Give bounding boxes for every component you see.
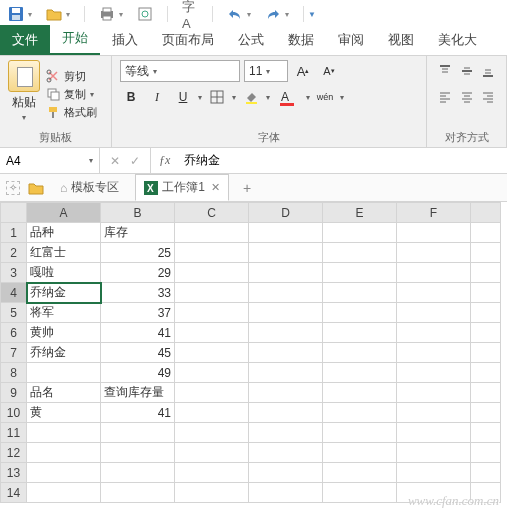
cell[interactable] — [175, 463, 249, 483]
customize-qat-icon[interactable]: ▼ — [308, 10, 316, 19]
cell[interactable] — [397, 363, 471, 383]
bold-button[interactable]: B — [120, 86, 142, 108]
cell[interactable]: 查询库存量 — [101, 383, 175, 403]
row-header[interactable]: 13 — [1, 463, 27, 483]
tab-review[interactable]: 审阅 — [326, 25, 376, 55]
cell[interactable]: 黄 — [27, 403, 101, 423]
cell[interactable] — [27, 463, 101, 483]
paste-button[interactable]: 粘贴 ▾ — [8, 60, 40, 128]
align-top-button[interactable] — [435, 60, 455, 82]
cell[interactable] — [323, 303, 397, 323]
cell[interactable] — [249, 443, 323, 463]
cell[interactable]: 37 — [101, 303, 175, 323]
cell[interactable] — [323, 463, 397, 483]
cell[interactable] — [175, 263, 249, 283]
align-center-button[interactable] — [457, 86, 477, 108]
row-header[interactable]: 3 — [1, 263, 27, 283]
cell[interactable] — [397, 443, 471, 463]
cell[interactable]: 29 — [101, 263, 175, 283]
row-header[interactable]: 4 — [1, 283, 27, 303]
fill-color-button[interactable] — [240, 86, 262, 108]
cell[interactable] — [397, 423, 471, 443]
cell[interactable] — [323, 223, 397, 243]
row-header[interactable]: 2 — [1, 243, 27, 263]
cell[interactable] — [27, 443, 101, 463]
cell[interactable] — [175, 283, 249, 303]
cell[interactable] — [249, 343, 323, 363]
cell[interactable] — [101, 463, 175, 483]
undo-icon[interactable] — [227, 6, 243, 22]
cell[interactable]: 41 — [101, 323, 175, 343]
font-name-combo[interactable]: 等线▾ — [120, 60, 240, 82]
select-all-corner[interactable] — [1, 203, 27, 223]
fx-icon[interactable]: ƒx — [151, 148, 178, 173]
cell[interactable] — [101, 423, 175, 443]
new-tab-icon[interactable]: ✧ — [6, 181, 20, 195]
cancel-icon[interactable]: ✕ — [110, 154, 120, 168]
format-painter-button[interactable]: 格式刷 — [46, 105, 97, 120]
text-tool-icon[interactable]: 字A — [182, 6, 198, 22]
cell[interactable] — [249, 303, 323, 323]
cell[interactable] — [101, 443, 175, 463]
cell[interactable] — [249, 403, 323, 423]
italic-button[interactable]: I — [146, 86, 168, 108]
dropdown-icon[interactable]: ▾ — [285, 10, 289, 19]
dropdown-icon[interactable]: ▾ — [306, 93, 310, 102]
tab-template[interactable]: ⌂ 模板专区 — [52, 175, 127, 200]
tab-insert[interactable]: 插入 — [100, 25, 150, 55]
tab-file[interactable]: 文件 — [0, 25, 50, 55]
cell[interactable]: 红富士 — [27, 243, 101, 263]
align-left-button[interactable] — [435, 86, 455, 108]
cell[interactable]: 黄帅 — [27, 323, 101, 343]
cell[interactable]: 乔纳金 — [27, 283, 101, 303]
cell[interactable] — [249, 223, 323, 243]
cell[interactable] — [397, 223, 471, 243]
cell[interactable]: 33 — [101, 283, 175, 303]
cell[interactable]: 45 — [101, 343, 175, 363]
tab-view[interactable]: 视图 — [376, 25, 426, 55]
cell[interactable] — [397, 283, 471, 303]
cell[interactable] — [249, 323, 323, 343]
cell[interactable] — [323, 343, 397, 363]
cell[interactable]: 将军 — [27, 303, 101, 323]
cell[interactable] — [323, 483, 397, 503]
dropdown-icon[interactable]: ▾ — [119, 10, 123, 19]
cell[interactable] — [175, 443, 249, 463]
cell[interactable] — [397, 323, 471, 343]
cell[interactable] — [397, 243, 471, 263]
cell[interactable] — [397, 303, 471, 323]
cell[interactable] — [175, 423, 249, 443]
border-button[interactable] — [206, 86, 228, 108]
cell[interactable] — [323, 243, 397, 263]
preview-icon[interactable] — [137, 6, 153, 22]
cell[interactable] — [249, 483, 323, 503]
row-header[interactable]: 12 — [1, 443, 27, 463]
column-header[interactable]: F — [397, 203, 471, 223]
cell[interactable] — [249, 363, 323, 383]
cell[interactable]: 品名 — [27, 383, 101, 403]
align-bottom-button[interactable] — [478, 60, 498, 82]
tab-home[interactable]: 开始 — [50, 23, 100, 55]
dropdown-icon[interactable]: ▾ — [232, 93, 236, 102]
cell[interactable]: 乔纳金 — [27, 343, 101, 363]
cell[interactable] — [323, 423, 397, 443]
formula-input[interactable] — [178, 148, 507, 173]
cell[interactable] — [27, 483, 101, 503]
cell[interactable] — [397, 383, 471, 403]
cell[interactable] — [397, 343, 471, 363]
row-header[interactable]: 7 — [1, 343, 27, 363]
redo-icon[interactable] — [265, 6, 281, 22]
align-right-button[interactable] — [478, 86, 498, 108]
cell[interactable] — [323, 323, 397, 343]
cell[interactable]: 品种 — [27, 223, 101, 243]
cell[interactable] — [175, 483, 249, 503]
column-header[interactable]: E — [323, 203, 397, 223]
dropdown-icon[interactable]: ▾ — [28, 10, 32, 19]
cell[interactable]: 库存 — [101, 223, 175, 243]
add-tab-button[interactable]: + — [237, 180, 257, 196]
decrease-font-button[interactable]: A▾ — [318, 60, 340, 82]
row-header[interactable]: 9 — [1, 383, 27, 403]
cell[interactable] — [323, 363, 397, 383]
tab-beautify[interactable]: 美化大 — [426, 25, 489, 55]
cell[interactable] — [249, 383, 323, 403]
